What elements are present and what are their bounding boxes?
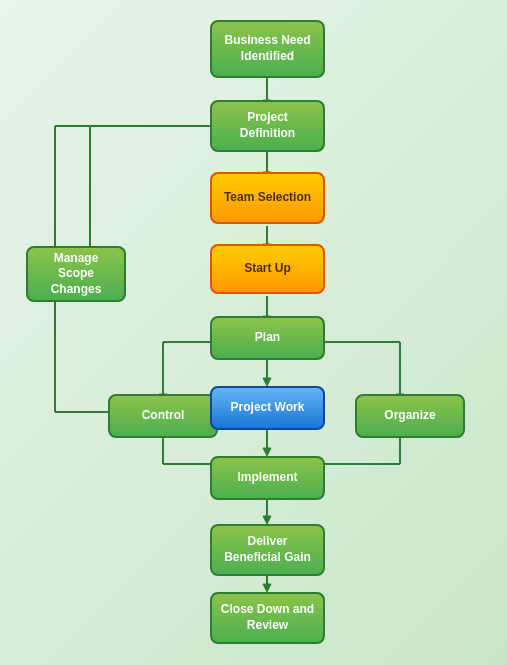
start-up-node: Start Up [210,244,325,294]
business-need-node: Business Need Identified [210,20,325,78]
control-node: Control [108,394,218,438]
svg-marker-9 [263,378,271,386]
flowchart-diagram: Business Need Identified Project Definit… [0,0,507,665]
manage-scope-node: Manage Scope Changes [26,246,126,302]
svg-marker-17 [263,448,271,456]
implement-node: Implement [210,456,325,500]
svg-marker-25 [263,516,271,524]
deliver-node: Deliver Beneficial Gain [210,524,325,576]
plan-node: Plan [210,316,325,360]
project-definition-node: Project Definition [210,100,325,152]
team-selection-node: Team Selection [210,172,325,224]
organize-node: Organize [355,394,465,438]
close-down-node: Close Down and Review [210,592,325,644]
project-work-node: Project Work [210,386,325,430]
svg-marker-27 [263,584,271,592]
